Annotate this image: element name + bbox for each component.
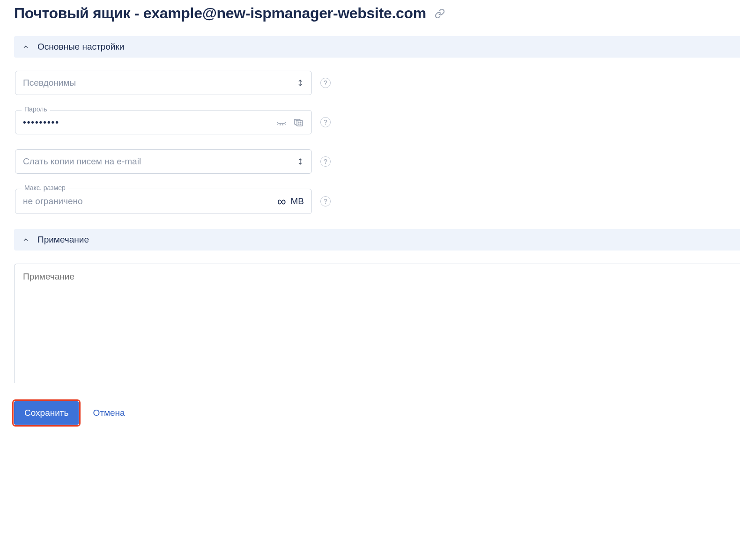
note-textarea[interactable]	[14, 264, 740, 383]
section-main-title: Основные настройки	[37, 42, 124, 52]
dice-icon[interactable]	[293, 117, 304, 128]
expand-vertical-icon[interactable]	[296, 157, 304, 166]
help-icon[interactable]: ?	[320, 117, 331, 127]
section-note-title: Примечание	[37, 235, 89, 245]
svg-line-0	[278, 123, 278, 125]
svg-point-5	[298, 122, 299, 123]
svg-line-2	[283, 124, 283, 125]
password-value: •••••••••	[23, 117, 59, 127]
section-main-settings[interactable]: Основные настройки	[14, 36, 740, 58]
help-icon[interactable]: ?	[320, 78, 331, 88]
help-icon[interactable]: ?	[320, 196, 331, 206]
svg-rect-4	[297, 120, 303, 126]
aliases-input[interactable]: Псевдонимы	[15, 71, 312, 95]
password-input[interactable]: •••••••••	[15, 110, 312, 134]
svg-point-6	[300, 122, 301, 123]
chevron-up-icon	[22, 236, 29, 243]
help-icon[interactable]: ?	[320, 156, 331, 167]
page-title: Почтовый ящик - example@new-ispmanager-w…	[14, 5, 426, 22]
save-button[interactable]: Сохранить	[14, 401, 79, 425]
password-label: Пароль	[22, 105, 50, 113]
chevron-up-icon	[22, 44, 29, 50]
link-icon[interactable]	[435, 8, 445, 19]
forward-input[interactable]: Слать копии писем на e-mail	[15, 149, 312, 174]
aliases-placeholder: Псевдонимы	[23, 78, 76, 88]
svg-line-1	[280, 124, 281, 125]
infinity-icon[interactable]: ∞	[277, 195, 286, 207]
forward-placeholder: Слать копии писем на e-mail	[23, 156, 141, 167]
cancel-button[interactable]: Отмена	[93, 408, 125, 418]
svg-point-8	[300, 124, 301, 125]
maxsize-input[interactable]: не ограничено ∞ MB	[15, 189, 312, 214]
maxsize-placeholder: не ограничено	[23, 196, 83, 206]
svg-point-7	[298, 124, 299, 125]
eye-closed-icon[interactable]	[276, 117, 287, 128]
maxsize-unit: MB	[291, 196, 304, 206]
section-note[interactable]: Примечание	[14, 229, 740, 251]
svg-line-3	[285, 123, 285, 125]
maxsize-label: Макс. размер	[22, 184, 68, 192]
expand-vertical-icon[interactable]	[296, 78, 304, 88]
